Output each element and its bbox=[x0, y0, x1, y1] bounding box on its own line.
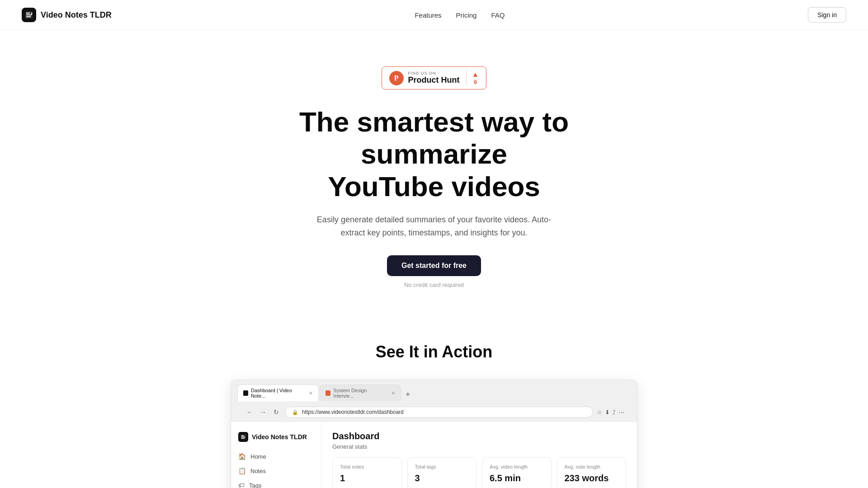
tab-dashboard-close[interactable]: ✕ bbox=[309, 390, 313, 396]
app-main: Dashboard General stats Total notes 1 To… bbox=[321, 422, 637, 488]
sidebar-item-tags[interactable]: 🏷 Tags bbox=[231, 478, 321, 488]
bookmark-icon[interactable]: ☆ bbox=[597, 409, 602, 416]
upvote-arrow: ▲ bbox=[472, 70, 479, 79]
stat-avg-video-label: Avg. video length bbox=[490, 464, 544, 469]
nav-back-button[interactable]: ← bbox=[244, 408, 255, 417]
product-hunt-logo: P bbox=[389, 71, 404, 85]
download-icon[interactable]: ⬇ bbox=[605, 409, 610, 416]
stat-total-notes-label: Total notes bbox=[340, 464, 394, 469]
stat-avg-video-value: 6.5 min bbox=[490, 473, 544, 483]
hero-section: P FIND US ON Product Hunt ▲ 6 The smarte… bbox=[0, 30, 868, 315]
hero-subtitle: Easily generate detailed summaries of yo… bbox=[312, 213, 556, 239]
stats-grid: Total notes 1 Total tags 3 Avg. video le… bbox=[332, 457, 626, 488]
toolbar-actions: ☆ ⬇ ⤴ ⋯ bbox=[597, 409, 624, 416]
share-icon[interactable]: ⤴ bbox=[613, 409, 616, 416]
tab-system-close[interactable]: ✕ bbox=[391, 390, 395, 396]
browser-tabs: Dashboard | Video Note... ✕ System Desig… bbox=[237, 385, 631, 401]
stat-avg-note-length: Avg. note length 233 words bbox=[557, 457, 627, 488]
notes-icon: 📋 bbox=[238, 467, 246, 474]
home-icon: 🏠 bbox=[238, 453, 246, 460]
sidebar-brand-label: Video Notes TLDR bbox=[252, 433, 307, 441]
nav-forward-button[interactable]: → bbox=[257, 408, 269, 417]
more-icon[interactable]: ⋯ bbox=[618, 409, 624, 416]
browser-chrome: Dashboard | Video Note... ✕ System Desig… bbox=[231, 380, 637, 422]
address-text: https://www.videonotestldr.com/dashboard bbox=[302, 409, 404, 415]
nav-features[interactable]: Features bbox=[415, 11, 441, 19]
browser-tab-system[interactable]: System Design Intervie... ✕ bbox=[320, 385, 401, 401]
sidebar-brand: Video Notes TLDR bbox=[231, 428, 321, 449]
cta-button[interactable]: Get started for free bbox=[387, 255, 481, 276]
signin-button[interactable]: Sign in bbox=[808, 7, 846, 23]
stat-total-tags-value: 3 bbox=[415, 473, 469, 483]
navbar: Video Notes TLDR Features Pricing FAQ Si… bbox=[0, 0, 868, 30]
nav-refresh-button[interactable]: ↻ bbox=[271, 408, 282, 417]
nav-buttons: ← → ↻ bbox=[244, 408, 282, 417]
nav-links: Features Pricing FAQ bbox=[415, 11, 505, 19]
sidebar-notes-label: Notes bbox=[250, 468, 266, 474]
sidebar-home-label: Home bbox=[250, 453, 266, 460]
tab-system-label: System Design Intervie... bbox=[333, 388, 386, 399]
product-hunt-votes: ▲ 6 bbox=[466, 70, 479, 85]
logo-label: Video Notes TLDR bbox=[41, 10, 112, 20]
stat-total-notes: Total notes 1 bbox=[332, 457, 402, 488]
product-hunt-text: FIND US ON Product Hunt bbox=[408, 71, 460, 85]
app-sidebar: Video Notes TLDR 🏠 Home 📋 Notes 🏷 Tags 👤… bbox=[231, 422, 321, 488]
stat-total-tags-label: Total tags bbox=[415, 464, 469, 469]
browser-mockup: Dashboard | Video Note... ✕ System Desig… bbox=[231, 380, 637, 488]
stat-avg-note-value: 233 words bbox=[565, 473, 619, 483]
product-hunt-badge[interactable]: P FIND US ON Product Hunt ▲ 6 bbox=[382, 66, 487, 89]
hero-title: The smartest way to summarize YouTube vi… bbox=[249, 106, 619, 202]
no-credit-card-label: No credit card required bbox=[404, 282, 464, 288]
tags-icon: 🏷 bbox=[238, 482, 245, 488]
vote-count: 6 bbox=[474, 79, 477, 85]
sidebar-item-notes[interactable]: 📋 Notes bbox=[231, 464, 321, 478]
product-hunt-find-label: FIND US ON bbox=[408, 71, 436, 75]
sidebar-item-home[interactable]: 🏠 Home bbox=[231, 449, 321, 464]
sidebar-tags-label: Tags bbox=[249, 482, 261, 488]
stat-total-tags: Total tags 3 bbox=[407, 457, 477, 488]
sidebar-brand-icon bbox=[238, 432, 248, 442]
tab-favicon-system bbox=[326, 390, 330, 396]
action-section-title: See It in Action bbox=[22, 343, 846, 361]
dashboard-title: Dashboard bbox=[332, 431, 626, 441]
action-section: See It in Action Dashboard | Video Note.… bbox=[0, 315, 868, 488]
tab-dashboard-label: Dashboard | Video Note... bbox=[251, 388, 303, 399]
nav-pricing[interactable]: Pricing bbox=[456, 11, 477, 19]
app-content: Video Notes TLDR 🏠 Home 📋 Notes 🏷 Tags 👤… bbox=[231, 422, 637, 488]
stat-total-notes-value: 1 bbox=[340, 473, 394, 483]
stat-avg-video-length: Avg. video length 6.5 min bbox=[482, 457, 552, 488]
product-hunt-name: Product Hunt bbox=[408, 75, 460, 85]
general-stats-label: General stats bbox=[332, 443, 626, 450]
stat-avg-note-label: Avg. note length bbox=[565, 464, 619, 469]
tab-favicon-dashboard bbox=[243, 390, 248, 396]
add-tab-button[interactable]: + bbox=[402, 388, 414, 401]
browser-toolbar: ← → ↻ 🔒 https://www.videonotestldr.com/d… bbox=[237, 404, 631, 422]
nav-faq[interactable]: FAQ bbox=[491, 11, 505, 19]
logo[interactable]: Video Notes TLDR bbox=[22, 8, 112, 22]
lock-icon: 🔒 bbox=[292, 409, 298, 415]
address-bar[interactable]: 🔒 https://www.videonotestldr.com/dashboa… bbox=[285, 407, 593, 418]
browser-tab-dashboard[interactable]: Dashboard | Video Note... ✕ bbox=[237, 385, 319, 401]
logo-icon bbox=[22, 8, 36, 22]
